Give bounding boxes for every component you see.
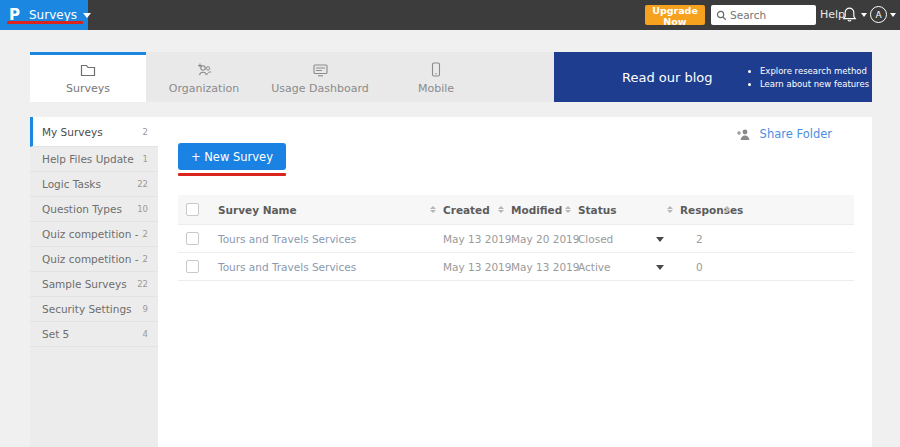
sort-icon[interactable] (667, 206, 673, 213)
sidebar-item-count: 1 (143, 154, 148, 164)
search-box[interactable] (711, 5, 816, 25)
share-folder-link[interactable]: Share Folder (736, 127, 832, 141)
tab-mobile[interactable]: Mobile (378, 52, 494, 102)
created-date: May 13 2019 (443, 253, 511, 281)
sidebar-item-quiz-competition-1[interactable]: Quiz competition - ... 2 (30, 222, 158, 247)
read-our-blog-banner[interactable]: Read our blog Explore research method Le… (554, 52, 872, 102)
share-person-add-icon (736, 128, 752, 141)
row-checkbox[interactable] (186, 260, 199, 273)
sidebar-item-sample-surveys[interactable]: Sample Surveys 22 (30, 272, 158, 297)
sidebar-item-security-settings[interactable]: Security Settings 9 (30, 297, 158, 322)
search-icon (716, 10, 727, 21)
sidebar-item-count: 4 (143, 329, 148, 339)
status-dropdown-icon[interactable] (656, 265, 664, 270)
blog-banner-title: Read our blog (622, 70, 742, 85)
sidebar-item-count: 2 (143, 229, 148, 239)
survey-name-link[interactable]: Tours and Travels Services (218, 225, 356, 253)
primary-tabs: Surveys Organization Usage Dashboard Mob… (30, 52, 872, 102)
app-logo-menu[interactable]: P Surveys (0, 0, 88, 30)
sidebar-item-logic-tasks[interactable]: Logic Tasks 22 (30, 172, 158, 197)
sidebar-item-label: Help Files Update (42, 153, 143, 165)
select-all-checkbox[interactable] (186, 203, 199, 216)
tab-surveys[interactable]: Surveys (30, 52, 146, 102)
monitor-icon (312, 63, 329, 77)
sidebar-item-count: 2 (143, 127, 148, 137)
annotation-underline (178, 173, 286, 176)
tab-label: Surveys (66, 82, 110, 95)
sidebar-item-quiz-competition-2[interactable]: Quiz competition - ... 2 (30, 247, 158, 272)
blog-bullet: Learn about new features (760, 79, 869, 89)
main-panel: Share Folder + New Survey Survey Name Cr… (158, 117, 872, 447)
survey-name-link[interactable]: Tours and Travels Services (218, 253, 356, 281)
table-row: Tours and Travels Services May 13 2019 M… (178, 225, 854, 253)
sidebar-item-label: Set 5 (42, 328, 143, 340)
column-header-survey-name[interactable]: Survey Name (218, 195, 297, 225)
folder-icon (80, 63, 96, 77)
upgrade-now-button[interactable]: Upgrade Now (645, 5, 705, 25)
table-header-row: Survey Name Created Modified Status Resp… (178, 195, 854, 225)
sidebar-item-label: Quiz competition - ... (42, 228, 143, 240)
responses-count: 2 (696, 225, 703, 253)
modified-date: May 20 2019 (511, 225, 579, 253)
tab-organization[interactable]: Organization (146, 52, 262, 102)
sort-icon[interactable] (430, 206, 436, 213)
column-header-modified[interactable]: Modified (511, 195, 562, 225)
sort-icon[interactable] (724, 206, 730, 213)
sort-icon[interactable] (498, 206, 504, 213)
status-dropdown-icon[interactable] (656, 237, 664, 242)
status-value: Active (578, 253, 610, 281)
column-header-created[interactable]: Created (443, 195, 490, 225)
folders-sidebar: My Surveys 2 Help Files Update 1 Logic T… (30, 117, 158, 447)
surveys-table: Survey Name Created Modified Status Resp… (178, 195, 854, 281)
sidebar-item-help-files-update[interactable]: Help Files Update 1 (30, 147, 158, 172)
sidebar-item-count: 22 (137, 179, 148, 189)
chevron-down-icon (83, 13, 91, 18)
bell-icon (842, 6, 857, 23)
phone-icon (431, 62, 441, 77)
column-header-status[interactable]: Status (578, 195, 616, 225)
sidebar-item-count: 22 (137, 279, 148, 289)
row-checkbox[interactable] (186, 232, 199, 245)
annotation-underline (7, 21, 83, 24)
chevron-down-icon (890, 13, 896, 17)
blog-banner-bullets: Explore research method Learn about new … (760, 63, 869, 92)
sidebar-item-label: Logic Tasks (42, 178, 137, 190)
search-input[interactable] (730, 9, 810, 21)
sidebar-item-count: 10 (137, 204, 148, 214)
column-header-responses[interactable]: Responses (680, 195, 743, 225)
sidebar-item-label: Security Settings (42, 303, 143, 315)
notifications-menu[interactable] (842, 6, 867, 23)
account-menu[interactable]: A (870, 6, 896, 23)
people-add-icon (195, 63, 213, 77)
new-survey-button[interactable]: + New Survey (178, 143, 286, 170)
sort-icon[interactable] (565, 206, 571, 213)
modified-date: May 13 2019 (511, 253, 579, 281)
sidebar-item-label: Quiz competition - ... (42, 253, 143, 265)
sidebar-item-count: 9 (143, 304, 148, 314)
sidebar-item-label: My Surveys (42, 126, 143, 138)
sidebar-item-count: 2 (143, 254, 148, 264)
sidebar-item-label: Question Types (42, 203, 137, 215)
responses-count: 0 (696, 253, 703, 281)
sidebar-item-question-types[interactable]: Question Types 10 (30, 197, 158, 222)
tab-label: Usage Dashboard (271, 82, 368, 95)
blog-bullet: Explore research method (760, 66, 869, 76)
tab-label: Organization (169, 82, 239, 95)
sidebar-item-set-5[interactable]: Set 5 4 (30, 322, 158, 347)
sidebar-item-my-surveys[interactable]: My Surveys 2 (30, 117, 158, 147)
app-title: Surveys (29, 8, 77, 22)
table-row: Tours and Travels Services May 13 2019 M… (178, 253, 854, 281)
chevron-down-icon (861, 13, 867, 17)
share-folder-label: Share Folder (760, 127, 832, 141)
tab-label: Mobile (418, 82, 454, 95)
tab-usage-dashboard[interactable]: Usage Dashboard (262, 52, 378, 102)
topbar: P Surveys Upgrade Now Help A (0, 0, 900, 30)
avatar: A (870, 6, 887, 23)
sidebar-item-label: Sample Surveys (42, 278, 137, 290)
status-value: Closed (578, 225, 613, 253)
created-date: May 13 2019 (443, 225, 511, 253)
